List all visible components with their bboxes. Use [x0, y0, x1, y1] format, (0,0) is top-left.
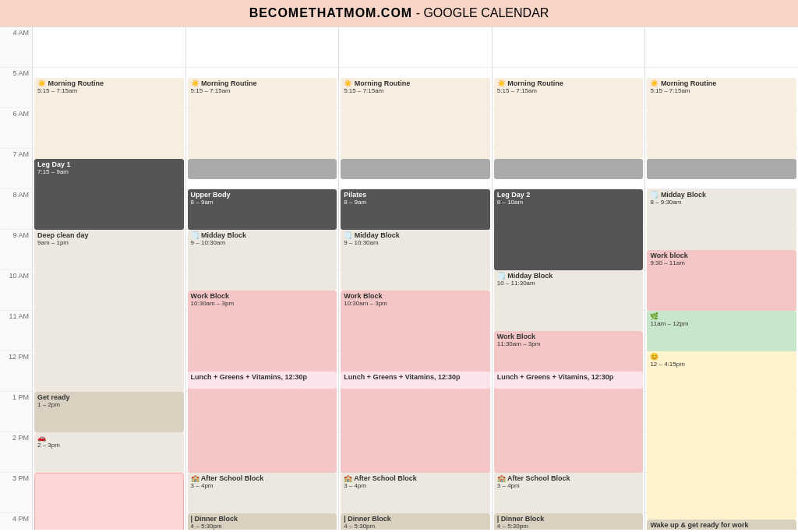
event-morning-routine-wed[interactable]: ☀️ Morning Routine 5:15 – 7:15am — [341, 78, 490, 159]
event-midday-block-wed[interactable]: 🗒️ Midday Block 9 – 10:30am — [341, 230, 490, 291]
day-monday: ☀️ Morning Routine 5:15 – 7:15am Leg Day… — [33, 27, 186, 530]
time-9am: 9 AM — [0, 230, 32, 270]
event-midday-block-thu[interactable]: 🗒️ Midday Block 10 – 11:30am — [494, 270, 644, 331]
event-morning-routine-fri[interactable]: ☀️ Morning Routine 5:15 – 7:15am — [647, 78, 796, 159]
event-dinner-block-tue[interactable]: | Dinner Block 4 – 5:30pm — [188, 513, 337, 530]
event-midday-block-fri[interactable]: 🗒️ Midday Block 8 – 9:30am — [647, 189, 796, 250]
time-1pm: 1 PM — [0, 392, 32, 432]
event-morning-routine-tue[interactable]: ☀️ Morning Routine 5:15 – 7:15am — [188, 78, 337, 159]
event-gray-block-wed[interactable] — [341, 159, 490, 179]
event-upper-body-tue[interactable]: Upper Body 8 – 9am — [188, 189, 337, 230]
event-deep-clean-mon[interactable]: Deep clean day 9am – 1pm — [34, 230, 184, 392]
days-container: ☀️ Morning Routine 5:15 – 7:15am Leg Day… — [33, 27, 798, 530]
event-gray-block-thu[interactable] — [494, 159, 644, 179]
event-work-block-fri[interactable]: Work block 9:30 – 11am — [647, 250, 796, 311]
time-3pm: 3 PM — [0, 473, 32, 513]
event-lunch-thu[interactable]: Lunch + Greens + Vitamins, 12:30p — [494, 372, 644, 389]
event-gray-block-tue[interactable] — [188, 159, 337, 179]
event-yellow-fri-12[interactable]: 😊 12 – 4:15pm — [647, 351, 796, 520]
event-leg-day-mon[interactable]: Leg Day 1 7:15 – 9am — [34, 159, 184, 230]
page-header: BECOMETHATMOM.COM - GOOGLE CALENDAR — [0, 0, 798, 27]
event-dinner-block-thu[interactable]: | Dinner Block 4 – 5:30pm — [494, 513, 644, 530]
time-6am: 6 AM — [0, 108, 32, 149]
event-green-fri-11[interactable]: 🌿 11am – 12pm — [647, 311, 796, 351]
event-after-school-wed[interactable]: 🏫 After School Block 3 – 4pm — [341, 473, 490, 513]
day-wednesday: ☀️ Morning Routine 5:15 – 7:15am Pilates… — [339, 27, 493, 530]
event-midday-block-tue[interactable]: 🗒️ Midday Block 9 – 10:30am — [188, 230, 337, 291]
event-work-block-thu[interactable]: Work Block 11:30am – 3pm — [494, 331, 644, 473]
time-10am: 10 AM — [0, 270, 32, 311]
time-4am: 4 AM — [0, 27, 32, 68]
event-morning-routine-thu[interactable]: ☀️ Morning Routine 5:15 – 7:15am — [494, 78, 644, 159]
grid-container: 4 AM 5 AM 6 AM 7 AM 8 AM 9 AM 10 AM 11 A… — [0, 27, 798, 530]
event-after-school-thu[interactable]: 🏫 After School Block 3 – 4pm — [494, 473, 644, 513]
time-column: 4 AM 5 AM 6 AM 7 AM 8 AM 9 AM 10 AM 11 A… — [0, 27, 33, 530]
event-gray-block-fri[interactable] — [647, 159, 796, 179]
event-drive-mon[interactable]: 🚗 2 – 3pm — [34, 432, 184, 473]
day-friday: ☀️ Morning Routine 5:15 – 7:15am 🗒️ Midd… — [645, 27, 798, 530]
time-7am: 7 AM — [0, 149, 32, 189]
event-lunch-wed[interactable]: Lunch + Greens + Vitamins, 12:30p — [341, 372, 490, 389]
time-4pm: 4 PM — [0, 513, 32, 530]
time-5am: 5 AM — [0, 68, 32, 108]
event-school-block-tue[interactable]: 🏫 After School Block 3 – 4pm — [188, 473, 337, 513]
time-8am: 8 AM — [0, 189, 32, 230]
time-12pm: 12 PM — [0, 351, 32, 392]
day-tuesday: ☀️ Morning Routine 5:15 – 7:15am Upper B… — [186, 27, 340, 530]
event-dinner-block-wed[interactable]: | Dinner Block 4 – 5:30pm — [341, 513, 490, 530]
event-leg-day2-thu[interactable]: Leg Day 2 8 – 10am — [494, 189, 644, 270]
time-11am: 11 AM — [0, 311, 32, 351]
event-wake-up-fri[interactable]: Wake up & get ready for work 4:15 – 5:15… — [647, 520, 796, 530]
event-get-ready-mon[interactable]: Get ready 1 – 2pm — [34, 392, 184, 432]
event-family-event-mon[interactable]: 🎂 Family Event — [34, 473, 184, 530]
site-name: BECOMETHATMOM.COM - GOOGLE CALENDAR — [249, 6, 549, 19]
calendar-wrapper: BECOMETHATMOM.COM - GOOGLE CALENDAR 4 AM… — [0, 0, 798, 532]
time-2pm: 2 PM — [0, 432, 32, 473]
event-lunch-tue[interactable]: Lunch + Greens + Vitamins, 12:30p — [188, 372, 337, 389]
event-morning-routine-mon[interactable]: ☀️ Morning Routine 5:15 – 7:15am — [34, 78, 184, 159]
day-thursday: ☀️ Morning Routine 5:15 – 7:15am Leg Day… — [493, 27, 646, 530]
event-pilates-wed[interactable]: Pilates 8 – 9am — [341, 189, 490, 230]
